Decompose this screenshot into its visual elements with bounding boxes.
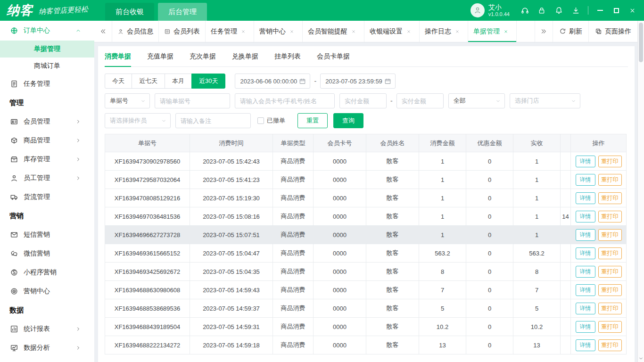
window-close-icon[interactable] [624, 0, 640, 21]
content-tab[interactable]: 充值单据 [147, 46, 173, 66]
detail-button[interactable]: 详情 [576, 303, 595, 314]
sidebar-subitem[interactable]: 单据管理 [0, 41, 94, 58]
lock-icon[interactable] [533, 6, 550, 15]
amount-max-input[interactable] [396, 93, 444, 108]
detail-button[interactable]: 详情 [576, 229, 595, 241]
detail-button[interactable]: 详情 [576, 174, 595, 186]
detail-button[interactable]: 详情 [576, 211, 595, 222]
sidebar-item[interactable]: 订单中心 [0, 21, 94, 41]
quick-date-button[interactable]: 近七天 [132, 74, 165, 89]
window-maximize-icon[interactable] [608, 0, 624, 21]
content-tab[interactable]: 充次单据 [190, 46, 216, 66]
sidebar-item[interactable]: 商品管理 [0, 131, 94, 150]
sidebar-item[interactable]: 任务管理 [0, 74, 94, 93]
scrollbar-thumb[interactable] [639, 23, 643, 62]
sidebar-item[interactable]: 会员管理 [0, 112, 94, 131]
table-cell: 563.2 [419, 244, 466, 263]
header-divider [588, 6, 588, 15]
amount-min-input[interactable] [339, 93, 387, 108]
reset-button[interactable]: 重置 [297, 113, 328, 128]
workspace-tab[interactable]: 单据管理 [468, 21, 517, 42]
workspace-tab[interactable]: 会员信息 [112, 21, 159, 42]
detail-button[interactable]: 详情 [576, 192, 595, 204]
nav-tab-front-cashier[interactable]: 前台收银 [105, 3, 154, 21]
sidebar-item[interactable]: 库存管理 [0, 150, 94, 169]
sidebar-item[interactable]: 营销中心 [0, 282, 94, 301]
reprint-button[interactable]: 重打印 [598, 174, 622, 186]
quick-date-button[interactable]: 本月 [165, 74, 192, 89]
column-header: 单据号 [105, 134, 190, 152]
reprint-button[interactable]: 重打印 [598, 211, 622, 222]
user-menu[interactable]: 艾小 v1.0.0.44 [471, 3, 510, 17]
search-field-select[interactable]: 单据号 [105, 93, 150, 108]
date-from-picker[interactable]: 2023-06-06 00:00:00 [235, 74, 310, 89]
workspace-tab[interactable]: 会员智能提醒 [303, 21, 364, 42]
close-icon[interactable] [406, 29, 411, 34]
detail-button[interactable]: 详情 [576, 247, 595, 259]
tabs-expand-icon[interactable] [535, 21, 553, 42]
reprint-button[interactable]: 重打印 [598, 303, 622, 314]
reprint-button[interactable]: 重打印 [598, 284, 622, 296]
reprint-button[interactable]: 重打印 [598, 229, 622, 241]
download-icon[interactable] [567, 6, 584, 15]
vertical-scrollbar[interactable] [637, 21, 644, 362]
sidebar-item[interactable]: 短信营销 [0, 225, 94, 244]
workspace-tab[interactable]: 收银端设置 [364, 21, 420, 42]
store-select[interactable]: 选择门店 [510, 93, 580, 108]
content-tab[interactable]: 兑换单据 [232, 46, 258, 66]
sidebar-item[interactable]: 统计报表 [0, 320, 94, 338]
sidebar-section: 管理 [0, 93, 94, 112]
content-tab[interactable]: 会员卡单据 [317, 46, 350, 66]
content-tab[interactable]: 消费单据 [105, 46, 131, 66]
content-tab[interactable]: 挂单列表 [274, 46, 301, 66]
detail-button[interactable]: 详情 [576, 156, 595, 167]
type-select[interactable]: 全部 [448, 93, 505, 108]
remark-input[interactable] [175, 113, 251, 128]
nav-tab-back-office[interactable]: 后台管理 [158, 3, 207, 21]
close-icon[interactable] [289, 29, 294, 34]
quick-date-button[interactable]: 今天 [105, 74, 132, 89]
quick-date-button[interactable]: 近30天 [191, 74, 225, 89]
revoked-checkbox[interactable] [257, 117, 264, 124]
close-icon[interactable] [351, 29, 356, 34]
table-cell: 2023-07-05 14:59:37 [190, 299, 273, 318]
bell-icon[interactable] [550, 6, 567, 15]
detail-button[interactable]: 详情 [576, 284, 595, 296]
member-search-input[interactable] [235, 93, 335, 108]
sidebar-item[interactable]: 货流管理 [0, 188, 94, 206]
operator-select[interactable]: 请选择操作员 [105, 113, 171, 128]
close-icon[interactable] [504, 29, 508, 34]
reprint-button[interactable]: 重打印 [598, 266, 622, 278]
revoked-checkbox-wrap[interactable]: 已撤单 [257, 116, 285, 125]
sidebar-subitem[interactable]: 商城订单 [0, 58, 94, 74]
workspace-tab[interactable]: 操作日志 [420, 21, 468, 42]
workspace-tab[interactable]: 会员列表 [159, 21, 206, 42]
date-to-picker[interactable]: 2023-07-05 23:59:59 [320, 74, 396, 89]
reprint-button[interactable]: 重打印 [598, 247, 622, 259]
reprint-button[interactable]: 重打印 [598, 339, 622, 351]
sidebar-item[interactable]: 数据分析 [0, 338, 94, 357]
window-minimize-icon[interactable] [592, 0, 608, 21]
workspace-tab[interactable]: 营销中心 [254, 21, 303, 42]
tabs-collapse-icon[interactable] [94, 21, 112, 42]
bill-no-input[interactable] [155, 93, 230, 108]
scrollbar-down-icon[interactable] [638, 356, 644, 361]
table-cell: 7 [513, 281, 561, 299]
reprint-button[interactable]: 重打印 [598, 321, 622, 333]
refresh-button[interactable]: 刷新 [553, 21, 588, 42]
person-icon [117, 28, 124, 35]
detail-button[interactable]: 详情 [576, 321, 595, 333]
reprint-button[interactable]: 重打印 [598, 156, 622, 167]
sidebar-item[interactable]: 员工管理 [0, 169, 94, 188]
page-operations-button[interactable]: 页面操作 [588, 21, 637, 42]
reprint-button[interactable]: 重打印 [598, 192, 622, 204]
service-icon[interactable] [516, 6, 533, 15]
sidebar-item[interactable]: 微信营销 [0, 244, 94, 263]
close-icon[interactable] [455, 29, 460, 34]
search-button[interactable]: 查询 [333, 113, 363, 128]
detail-button[interactable]: 详情 [576, 266, 595, 278]
detail-button[interactable]: 详情 [576, 339, 595, 351]
workspace-tab[interactable]: 任务管理 [206, 21, 254, 42]
sidebar-item[interactable]: 小程序营销 [0, 263, 94, 282]
close-icon[interactable] [241, 29, 246, 34]
